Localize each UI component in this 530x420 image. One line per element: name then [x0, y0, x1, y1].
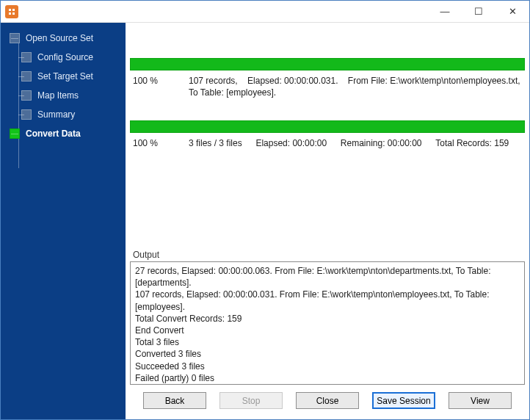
- file-progress-percent: 100 %: [133, 75, 184, 87]
- wizard-sidebar: Open Source Set Config Source Set Target…: [1, 23, 126, 419]
- overall-progress-bar: [130, 120, 525, 133]
- overall-progress-text: 100 % 3 files / 3 files Elapsed: 00:00:0…: [130, 133, 525, 151]
- app-icon: [5, 5, 18, 18]
- nav-open-source-set[interactable]: Open Source Set: [1, 29, 126, 48]
- nav-convert-data[interactable]: Convert Data: [1, 124, 126, 143]
- nav-label: Set Target Set: [37, 71, 93, 82]
- overall-progress-percent: 100 %: [133, 137, 184, 149]
- main-content: 100 % 107 records, Elapsed: 00:00:00.031…: [126, 23, 529, 419]
- output-line: 107 records, Elapsed: 00:00:00.031. From…: [135, 289, 520, 312]
- nav-bullet-icon: [10, 128, 20, 139]
- minimize-button[interactable]: —: [428, 1, 462, 23]
- output-line: End Convert: [135, 325, 520, 336]
- file-progress-text: 100 % 107 records, Elapsed: 00:00:00.031…: [130, 70, 525, 100]
- close-window-button[interactable]: ✕: [495, 1, 529, 23]
- nav-bullet-icon: [10, 33, 20, 43]
- nav-label: Open Source Set: [26, 33, 93, 43]
- file-progress-bar: [130, 58, 525, 70]
- save-session-button[interactable]: Save Session: [372, 392, 435, 409]
- app-window: — ☐ ✕ Open Source Set Config Source Set …: [0, 0, 530, 420]
- button-row: Back Stop Close Save Session View: [130, 385, 525, 415]
- nav-map-items[interactable]: Map Items: [1, 86, 126, 105]
- output-line: 27 records, Elapsed: 00:00:00.063. From …: [135, 265, 520, 289]
- overall-progress-elapsed: Elapsed: 00:00:00: [255, 137, 327, 149]
- nav-bullet-icon: [21, 109, 32, 120]
- overall-progress-remaining: Remaining: 00:00:00: [341, 137, 422, 149]
- maximize-button[interactable]: ☐: [462, 1, 495, 23]
- output-line: Total Convert Records: 159: [135, 313, 520, 325]
- nav-set-target-set[interactable]: Set Target Set: [1, 67, 126, 86]
- titlebar: — ☐ ✕: [1, 1, 529, 23]
- nav-bullet-icon: [21, 52, 32, 62]
- nav-summary[interactable]: Summary: [1, 105, 126, 124]
- output-line: Total 3 files: [135, 336, 520, 348]
- output-line: Converted 3 files: [135, 348, 520, 360]
- file-progress-block: 100 % 107 records, Elapsed: 00:00:00.031…: [130, 58, 525, 100]
- nav-bullet-icon: [21, 71, 32, 82]
- nav-label: Summary: [37, 109, 75, 120]
- output-label: Output: [130, 248, 525, 261]
- output-line: Failed (partly) 0 files: [135, 372, 520, 384]
- nav-config-source[interactable]: Config Source: [1, 48, 126, 67]
- window-controls: — ☐ ✕: [428, 1, 529, 23]
- overall-progress-total: Total Records: 159: [435, 137, 509, 149]
- overall-progress-block: 100 % 3 files / 3 files Elapsed: 00:00:0…: [130, 120, 525, 151]
- file-progress-elapsed: Elapsed: 00:00:00.031.: [247, 76, 338, 86]
- stop-button: Stop: [219, 392, 283, 409]
- nav-bullet-icon: [21, 90, 32, 101]
- nav-label: Config Source: [37, 52, 93, 62]
- file-progress-to: To Table: [employees].: [189, 87, 276, 98]
- nav-label: Convert Data: [26, 128, 81, 139]
- close-button[interactable]: Close: [296, 392, 359, 409]
- output-line: Succeeded 3 files: [135, 361, 520, 372]
- back-button[interactable]: Back: [143, 392, 206, 409]
- overall-progress-files: 3 files / 3 files: [189, 137, 242, 149]
- view-button[interactable]: View: [449, 392, 512, 409]
- file-progress-records: 107 records,: [189, 76, 238, 86]
- file-progress-from: From File: E:\work\temp\nton\employees.t…: [348, 76, 520, 86]
- output-log[interactable]: 27 records, Elapsed: 00:00:00.063. From …: [130, 261, 525, 385]
- nav-label: Map Items: [37, 90, 79, 101]
